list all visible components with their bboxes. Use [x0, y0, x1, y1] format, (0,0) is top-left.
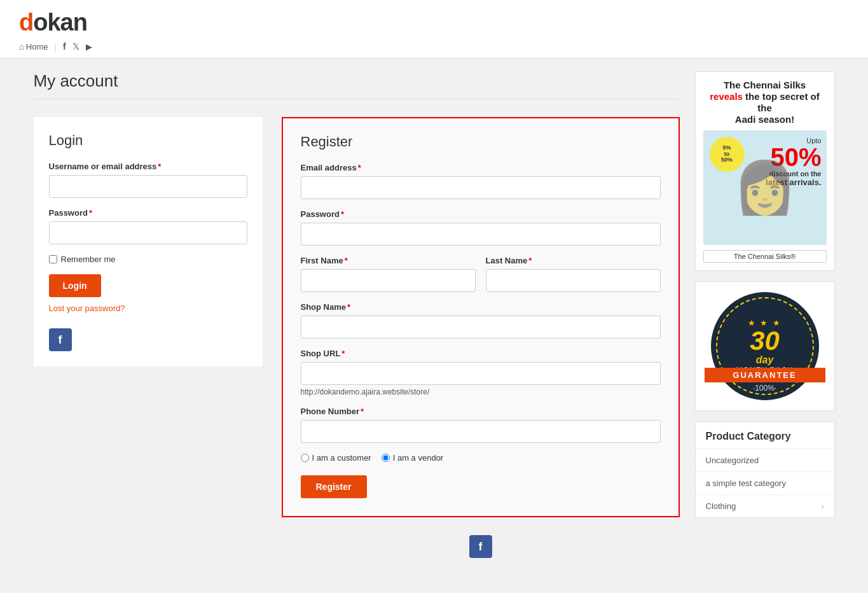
vendor-radio-text: I am a vendor: [393, 453, 444, 463]
username-input[interactable]: [49, 175, 247, 198]
email-required: *: [358, 163, 361, 172]
content-area: My account Login Username or email addre…: [34, 71, 680, 558]
home-icon: ⌂: [19, 42, 24, 52]
login-button[interactable]: Login: [49, 274, 101, 297]
register-facebook-button[interactable]: f: [469, 535, 492, 558]
ad-woman-silhouette: 👩: [733, 158, 797, 218]
category-name: Uncategorized: [706, 456, 759, 465]
register-password-group: Password*: [301, 209, 661, 246]
logo[interactable]: dokan: [19, 9, 849, 36]
email-input[interactable]: [301, 176, 661, 199]
guarantee-day-label: day: [756, 354, 774, 366]
product-category-title: Product Category: [696, 422, 834, 449]
last-name-required: *: [528, 256, 532, 265]
email-group: Email address*: [301, 163, 661, 199]
page-title: My account: [34, 71, 680, 99]
login-password-label: Password*: [49, 208, 247, 218]
ad-title-2: reveals: [710, 91, 743, 102]
first-name-required: *: [345, 256, 348, 265]
category-item-clothing[interactable]: Clothing ›: [696, 495, 834, 517]
guarantee-ribbon: GUARANTEE: [705, 368, 825, 382]
username-required: *: [158, 162, 161, 171]
login-password-required: *: [89, 208, 92, 218]
login-title: Login: [49, 132, 247, 149]
remember-label[interactable]: Remember me: [61, 255, 116, 264]
ad-title-4: Aadi season!: [735, 114, 794, 125]
guarantee-days: 30: [750, 328, 780, 354]
customer-radio[interactable]: [301, 454, 309, 462]
logo-d: d: [19, 9, 33, 36]
product-category-widget: Product Category Uncategorized a simple …: [695, 421, 835, 518]
last-name-group: Last Name*: [486, 256, 661, 292]
category-item-uncategorized[interactable]: Uncategorized: [696, 449, 834, 472]
main-nav: ⌂ Home | f 𝕏 ▶: [19, 36, 849, 54]
shop-url-input[interactable]: [301, 362, 661, 385]
ad-logo: The Chennai Silks®: [703, 250, 827, 263]
nav-youtube[interactable]: ▶: [86, 42, 92, 52]
form-columns: Login Username or email address* Passwor…: [34, 117, 680, 517]
first-name-group: First Name*: [301, 256, 476, 292]
shop-url-label: Shop URL*: [301, 349, 661, 358]
login-password-input[interactable]: [49, 221, 247, 244]
nav-sep-1: |: [55, 42, 57, 52]
nav-facebook[interactable]: f: [63, 41, 66, 52]
customer-radio-label[interactable]: I am a customer: [301, 453, 371, 463]
main-wrapper: My account Login Username or email addre…: [21, 59, 848, 571]
last-name-input[interactable]: [486, 269, 661, 292]
shop-name-group: Shop Name*: [301, 302, 661, 338]
register-button[interactable]: Register: [301, 475, 367, 498]
guarantee-badge-wrapper: ★ ★ ★ 30 day MONEY BACK GUARANTEE ·100%·: [695, 281, 835, 411]
email-label: Email address*: [301, 163, 661, 172]
register-section: Register Email address* Password*: [282, 117, 680, 517]
chevron-right-icon: ›: [822, 502, 824, 511]
shop-url-group: Shop URL* http://dokandemo.ajaira.websit…: [301, 349, 661, 396]
ad-title-1: The Chennai Silks: [724, 80, 806, 90]
category-name: a simple test category: [706, 478, 786, 488]
sidebar: The Chennai Silks reveals the top secret…: [695, 71, 835, 558]
home-label: Home: [26, 42, 48, 52]
role-radio-row: I am a customer I am a vendor: [301, 453, 661, 463]
category-name: Clothing: [706, 501, 736, 511]
register-password-input[interactable]: [301, 223, 661, 246]
vendor-radio[interactable]: [382, 454, 390, 462]
username-label: Username or email address*: [49, 162, 247, 171]
category-list: Uncategorized a simple test category Clo…: [696, 449, 834, 517]
ad-title-3: the top secret of the: [745, 91, 820, 113]
name-row: First Name* Last Name*: [301, 256, 661, 302]
register-title: Register: [301, 134, 661, 150]
nav-twitter[interactable]: 𝕏: [72, 41, 79, 52]
last-name-label: Last Name*: [486, 256, 661, 265]
remember-checkbox[interactable]: [49, 255, 57, 263]
phone-input[interactable]: [301, 420, 661, 443]
shop-name-label: Shop Name*: [301, 302, 661, 312]
login-facebook-button[interactable]: f: [49, 328, 72, 351]
register-password-label: Password*: [301, 209, 661, 219]
nav-home[interactable]: ⌂ Home: [19, 42, 48, 52]
ad-chennai-silks: The Chennai Silks reveals the top secret…: [695, 71, 835, 271]
register-password-required: *: [341, 209, 344, 219]
vendor-radio-label[interactable]: I am a vendor: [382, 453, 444, 463]
phone-label: Phone Number*: [301, 407, 661, 416]
shop-url-required: *: [341, 349, 345, 358]
login-fb-wrapper: f: [49, 321, 247, 351]
customer-radio-text: I am a customer: [312, 453, 371, 463]
category-item-simple-test[interactable]: a simple test category: [696, 472, 834, 495]
first-name-label: First Name*: [301, 256, 476, 265]
header: dokan ⌂ Home | f 𝕏 ▶: [0, 0, 868, 59]
first-name-input[interactable]: [301, 269, 476, 292]
guarantee-percent: ·100%·: [711, 384, 819, 393]
logo-rest: okan: [33, 9, 87, 36]
phone-required: *: [361, 407, 364, 416]
login-password-group: Password*: [49, 208, 247, 244]
register-fb-wrapper: f: [282, 527, 680, 558]
username-group: Username or email address*: [49, 162, 247, 198]
shop-name-input[interactable]: [301, 316, 661, 338]
phone-group: Phone Number*: [301, 407, 661, 443]
lost-password-link[interactable]: Lost your password?: [49, 303, 247, 313]
shop-url-hint: http://dokandemo.ajaira.website/store/: [301, 387, 661, 396]
remember-me-row: Remember me: [49, 255, 247, 264]
login-section: Login Username or email address* Passwor…: [34, 117, 263, 366]
shop-name-required: *: [347, 302, 350, 312]
